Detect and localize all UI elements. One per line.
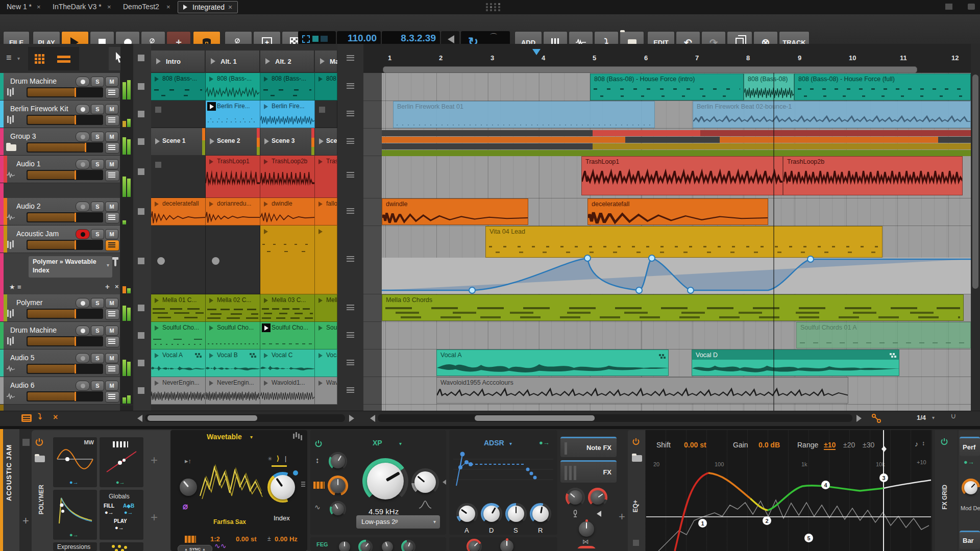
bitwig-window: New 1 * × InTheDark V3 * × DemoTest2 × I… [0, 0, 980, 551]
mod-depth-knob[interactable] [964, 481, 977, 494]
fx-grid-power-icon[interactable] [940, 438, 948, 446]
tab-label: Bar [963, 537, 974, 544]
mod-route-icon[interactable]: ●→ [964, 458, 974, 466]
bar-tab[interactable]: Bar [960, 531, 980, 549]
tab-label: Perf [963, 443, 975, 451]
eq-curves [0, 0, 980, 551]
eq-band-handle[interactable]: 2 [763, 516, 771, 525]
mod-depth-label: Mod De [961, 505, 980, 511]
eq-band-handle[interactable]: 1 [698, 519, 707, 528]
fx-grid-name[interactable]: FX GRID [941, 485, 948, 510]
eq-band-handle[interactable]: 3 [879, 473, 888, 482]
perf-tab[interactable]: Perf [960, 437, 980, 456]
eq-band-handle[interactable]: 4 [821, 481, 830, 489]
eq-band-handle[interactable]: 5 [804, 534, 813, 542]
